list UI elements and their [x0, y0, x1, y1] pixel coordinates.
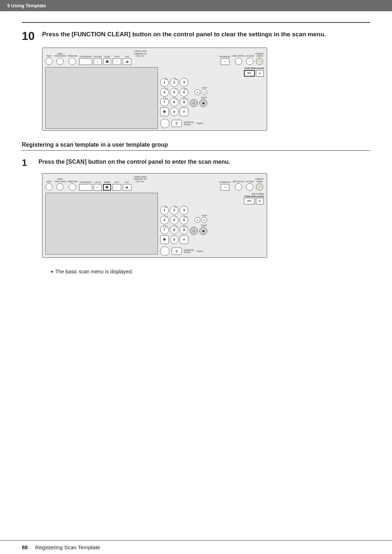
print-col-2: □ PRINT DATA□ MEMORY RX□%1 □%2 [133, 176, 147, 191]
energy-label: ENERGYSAVER [256, 53, 264, 57]
extension-btn-2 [79, 184, 92, 191]
copy-btn: 📄 [113, 58, 121, 65]
key-4: GHI4 [160, 88, 169, 97]
key-9: WXYZ9 [180, 98, 188, 106]
right-buttons: STOP ⊗ ⊕ START ◇ [190, 87, 207, 107]
key-1-2: ABC1 [160, 206, 169, 215]
shutdown-fc-section: SHUT DOWN FUNCTION CLEAR FC ✏ [160, 193, 264, 204]
clear-label: CLEAR [196, 122, 203, 125]
start-row-2: ◇ ◆ [190, 227, 207, 235]
monitor-pause-btn-2 [160, 247, 170, 256]
cp-top-row-1: HELP USERFUNCTIONS TEMPLATE EXTENSION e-… [45, 50, 264, 65]
stop-section: STOP ⊗ ⊕ [190, 87, 207, 95]
clear-slash-btn-2: ✏ [256, 198, 264, 204]
bullet-text: The basic scan menu is displayed. [55, 269, 133, 274]
stop-btn-2-2: ⊕ [201, 217, 207, 223]
fax-col: FAX 📠 [123, 56, 131, 65]
interrupt-btn-2: ⇦ [221, 184, 229, 191]
stop-label: STOP [202, 87, 207, 89]
start-btn-left-2: ◇ [190, 227, 198, 235]
key-1: ABC1 [160, 78, 169, 87]
clear-slash-btn: ✏ [256, 70, 264, 77]
interrupt-col: INTERRUPT ⇦ [220, 56, 231, 65]
help-btn-2 [45, 183, 53, 191]
key-3: 3 [180, 78, 188, 87]
template-col: TEMPLATE [67, 55, 78, 65]
cp-right-panel-1: FUNCTION CLEAR FC ✏ ABC1 DEF2 3 GHI4 [160, 67, 264, 129]
cp-screen-area-1: FUNCTION CLEAR FC ✏ ABC1 DEF2 3 GHI4 [45, 67, 264, 129]
start-label: START [201, 97, 207, 99]
access-col-2: ACCESS → [246, 180, 254, 191]
copy-btn-2: 📄 [113, 184, 121, 191]
fc-section: FUNCTION CLEAR FC ✏ [160, 67, 264, 77]
key-0: 0 [170, 107, 179, 116]
panel-diagram-2: HELP USERFUNCTIONS TEMPLATE EXTENSION e-… [42, 173, 267, 258]
scan-col-2: SCAN ⬛ [103, 181, 111, 191]
scan-btn-2: ⬛ [103, 184, 111, 191]
keypad-grid: ABC1 DEF2 3 GHI4 JKL5 MNO6 PQRS7 TUV8 WX… [160, 78, 188, 116]
key-0-2: 0 [170, 235, 179, 244]
key-8-2: TUV8 [170, 225, 179, 234]
access-btn: → [246, 58, 253, 65]
key-8: TUV8 [170, 98, 179, 106]
key-2-2: DEF2 [170, 206, 179, 215]
bullet-item: • The basic scan menu is displayed. [51, 269, 370, 275]
key-5: JKL5 [170, 88, 179, 97]
user-functions-label: USERFUNCTIONS [54, 53, 66, 57]
right-buttons-2: STOP ⊗ ⊕ START ◇ ◆ [190, 215, 207, 235]
start-row: ◇ ◆ [190, 99, 207, 107]
fax-col-2: FAX 📠 [123, 181, 131, 191]
key-hash-2: # [180, 235, 188, 244]
extension-col: EXTENSION [79, 56, 92, 65]
scan-label: SCAN [105, 56, 110, 58]
copy-col: COPY 📄 [113, 56, 121, 65]
e-filing-btn-2: ⇐ [94, 184, 102, 191]
print-label: □ PRINT DATA□ MEMORY RX□%1 □%2 [133, 50, 147, 57]
footer: 88 Registering Scan Template [0, 540, 392, 554]
energy-col: ENERGYSAVER ⚡ [256, 53, 264, 65]
stop-btn-1: ⊗ [195, 89, 200, 95]
user-functions-col: USERFUNCTIONS [54, 53, 66, 65]
start-btn-right-2: ◆ [199, 227, 207, 235]
header-bar: 5 Using Template [0, 0, 392, 11]
extension-col-2: EXTENSION [79, 181, 92, 191]
top-rule [22, 22, 370, 23]
access-btn-2: → [246, 183, 253, 191]
control-panel-1: HELP USERFUNCTIONS TEMPLATE EXTENSION e-… [42, 48, 267, 131]
template-label: TEMPLATE [67, 55, 78, 57]
key-3-2: 3 [180, 206, 188, 215]
key-hash: # [180, 107, 188, 116]
control-panel-2: HELP USERFUNCTIONS TEMPLATE EXTENSION e-… [42, 173, 267, 258]
stop-row-2: ⊗ ⊕ [195, 217, 207, 223]
key-9-2: WXYZ9 [180, 225, 188, 234]
cp-bottom-row-1: C MONITOR/PAUSE CLEAR [160, 119, 264, 128]
interrupt-btn: ⇦ [221, 58, 229, 65]
cp-top-row-2: HELP USERFUNCTIONS TEMPLATE EXTENSION e-… [45, 176, 264, 191]
shutdown-label: SHUT DOWN [252, 193, 264, 195]
main-content: 10 Press the [FUNCTION CLEAR] button on … [0, 11, 392, 297]
header-label: 5 Using Template [7, 3, 46, 8]
clear-label-2: CLEAR [196, 250, 203, 252]
scan-btn: ⬛ [103, 58, 111, 65]
fax-btn: 📠 [123, 58, 131, 65]
key-star-2: ✱ [160, 235, 169, 244]
user-functions-btn [56, 58, 64, 65]
user-functions-btn-2 [56, 183, 64, 191]
key-4-2: GHI4 [160, 216, 169, 224]
key-6: MNO6 [180, 88, 188, 97]
stop-row: ⊗ ⊕ [195, 89, 207, 95]
fc-label: FUNCTION CLEAR [245, 67, 264, 69]
fc-btn: FC [244, 70, 255, 77]
energy-col-2: ENERGYSAVER ⚡ [256, 178, 264, 190]
e-filing-label: e-FILING [94, 56, 102, 58]
stop-btn-2: ⊕ [201, 89, 207, 95]
stop-section-2: STOP ⊗ ⊕ [190, 215, 207, 223]
step-1-container: 1 Press the [SCAN] button on the control… [22, 158, 370, 167]
monitor-label-2: MONITOR/PAUSE [184, 249, 194, 253]
bullet-dot: • [51, 269, 53, 275]
step-10-container: 10 Press the [FUNCTION CLEAR] button on … [22, 30, 370, 42]
energy-btn-2: ⚡ [256, 183, 263, 191]
interrupt-col-2: INTERRUPT ⇦ [220, 181, 231, 191]
step-1-number: 1 [22, 158, 33, 167]
key-7: PQRS7 [160, 98, 169, 106]
